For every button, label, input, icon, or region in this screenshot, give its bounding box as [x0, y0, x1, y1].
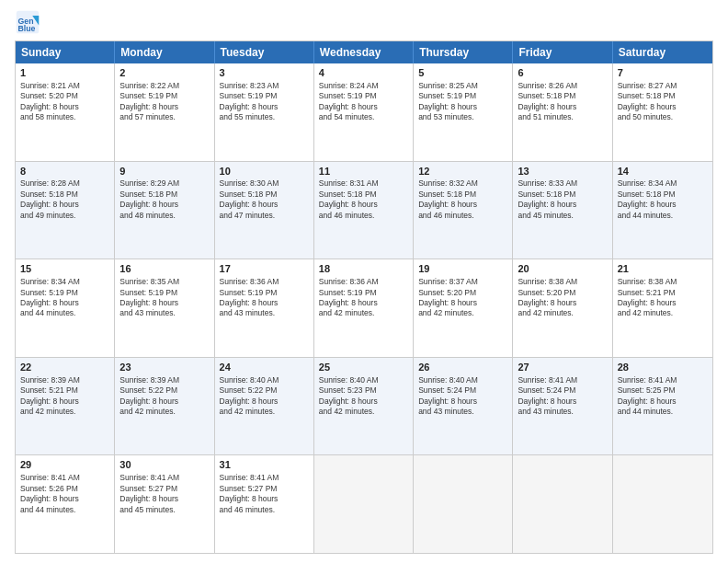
cell-info-line: and 44 minutes. — [20, 505, 109, 515]
cell-info-line: Sunrise: 8:25 AM — [418, 81, 507, 91]
cell-info-line: Daylight: 8 hours — [319, 396, 408, 407]
cell-info-line: Daylight: 8 hours — [618, 396, 708, 407]
cell-info-line: Daylight: 8 hours — [20, 494, 109, 504]
cell-info-line: Sunset: 5:23 PM — [319, 385, 408, 396]
weekday-header: Wednesday — [314, 41, 414, 63]
cell-info-line: Sunset: 5:21 PM — [618, 288, 708, 298]
calendar-cell: 13Sunrise: 8:33 AMSunset: 5:18 PMDayligh… — [513, 162, 612, 259]
day-number: 29 — [20, 458, 109, 472]
cell-info-line: Daylight: 8 hours — [20, 102, 109, 112]
calendar-cell: 20Sunrise: 8:38 AMSunset: 5:20 PMDayligh… — [513, 259, 612, 357]
weekday-header: Saturday — [613, 41, 712, 63]
cell-info-line: Sunrise: 8:30 AM — [220, 178, 309, 189]
cell-info-line: and 42 minutes. — [220, 407, 309, 417]
cell-info-line: Sunrise: 8:34 AM — [20, 277, 109, 287]
day-number: 11 — [319, 165, 408, 178]
calendar-cell: 6Sunrise: 8:26 AMSunset: 5:18 PMDaylight… — [513, 63, 612, 161]
cell-info-line: Sunrise: 8:36 AM — [319, 277, 408, 287]
calendar-row: 8Sunrise: 8:28 AMSunset: 5:18 PMDaylight… — [16, 161, 712, 259]
cell-info-line: and 57 minutes. — [119, 112, 209, 122]
calendar: SundayMondayTuesdayWednesdayThursdayFrid… — [15, 40, 713, 554]
day-number: 1 — [20, 66, 109, 80]
cell-info-line: and 55 minutes. — [220, 112, 309, 122]
calendar-cell: 2Sunrise: 8:22 AMSunset: 5:19 PMDaylight… — [115, 63, 214, 161]
calendar-cell: 21Sunrise: 8:38 AMSunset: 5:21 PMDayligh… — [613, 259, 712, 357]
calendar-cell: 12Sunrise: 8:32 AMSunset: 5:18 PMDayligh… — [414, 162, 513, 259]
weekday-header: Monday — [115, 41, 214, 63]
calendar-cell — [513, 455, 612, 553]
weekday-header: Sunday — [16, 41, 115, 63]
calendar-cell — [613, 455, 712, 553]
day-number: 25 — [319, 361, 408, 374]
cell-info-line: and 42 minutes. — [119, 407, 209, 417]
cell-info-line: Sunset: 5:20 PM — [518, 288, 607, 298]
cell-info-line: Sunset: 5:18 PM — [518, 190, 607, 200]
cell-info-line: Sunrise: 8:26 AM — [518, 81, 607, 91]
calendar-cell — [414, 455, 513, 553]
day-number: 18 — [319, 262, 408, 276]
calendar-cell: 24Sunrise: 8:40 AMSunset: 5:22 PMDayligh… — [215, 358, 314, 455]
cell-info-line: Sunset: 5:19 PM — [220, 288, 309, 298]
cell-info-line: Sunset: 5:18 PM — [220, 190, 309, 200]
cell-info-line: Sunrise: 8:38 AM — [618, 277, 708, 287]
cell-info-line: Sunset: 5:18 PM — [319, 190, 408, 200]
calendar-cell: 22Sunrise: 8:39 AMSunset: 5:21 PMDayligh… — [16, 358, 115, 455]
cell-info-line: Sunset: 5:22 PM — [220, 385, 309, 396]
cell-info-line: Sunrise: 8:32 AM — [418, 178, 507, 189]
cell-info-line: Sunrise: 8:27 AM — [618, 81, 708, 91]
cell-info-line: and 48 minutes. — [119, 211, 209, 221]
cell-info-line: and 46 minutes. — [319, 211, 408, 221]
calendar-cell: 4Sunrise: 8:24 AMSunset: 5:19 PMDaylight… — [314, 63, 414, 161]
cell-info-line: Daylight: 8 hours — [119, 102, 209, 112]
day-number: 10 — [220, 165, 309, 178]
cell-info-line: Daylight: 8 hours — [418, 102, 507, 112]
cell-info-line: Sunset: 5:21 PM — [20, 385, 109, 396]
cell-info-line: and 46 minutes. — [220, 505, 309, 515]
cell-info-line: Sunset: 5:19 PM — [220, 91, 309, 101]
svg-text:Blue: Blue — [18, 24, 36, 33]
day-number: 20 — [518, 262, 607, 276]
calendar-row: 15Sunrise: 8:34 AMSunset: 5:19 PMDayligh… — [16, 259, 712, 357]
calendar-cell: 19Sunrise: 8:37 AMSunset: 5:20 PMDayligh… — [414, 259, 513, 357]
day-number: 9 — [119, 165, 209, 178]
logo-icon: Gen Blue — [15, 9, 40, 35]
calendar-cell: 28Sunrise: 8:41 AMSunset: 5:25 PMDayligh… — [613, 358, 712, 455]
cell-info-line: Sunset: 5:27 PM — [220, 484, 309, 494]
cell-info-line: Daylight: 8 hours — [618, 200, 708, 210]
cell-info-line: and 43 minutes. — [220, 308, 309, 318]
cell-info-line: Sunset: 5:19 PM — [119, 288, 209, 298]
cell-info-line: and 45 minutes. — [119, 505, 209, 515]
calendar-cell: 5Sunrise: 8:25 AMSunset: 5:19 PMDaylight… — [414, 63, 513, 161]
cell-info-line: Sunrise: 8:41 AM — [518, 375, 607, 385]
cell-info-line: Daylight: 8 hours — [319, 200, 408, 210]
cell-info-line: Sunset: 5:26 PM — [20, 484, 109, 494]
day-number: 22 — [20, 361, 109, 374]
cell-info-line: and 53 minutes. — [418, 112, 507, 122]
cell-info-line: and 54 minutes. — [319, 112, 408, 122]
calendar-cell — [314, 455, 414, 553]
weekday-header: Friday — [513, 41, 612, 63]
cell-info-line: Daylight: 8 hours — [220, 494, 309, 504]
day-number: 26 — [418, 361, 507, 374]
cell-info-line: and 42 minutes. — [319, 308, 408, 318]
page: Gen Blue SundayMondayTuesdayWednesdayThu… — [0, 0, 728, 563]
cell-info-line: Sunrise: 8:41 AM — [20, 473, 109, 483]
cell-info-line: Sunset: 5:18 PM — [618, 91, 708, 101]
day-number: 6 — [518, 66, 607, 80]
calendar-header: SundayMondayTuesdayWednesdayThursdayFrid… — [16, 41, 712, 63]
cell-info-line: Daylight: 8 hours — [418, 200, 507, 210]
calendar-cell: 15Sunrise: 8:34 AMSunset: 5:19 PMDayligh… — [16, 259, 115, 357]
cell-info-line: Daylight: 8 hours — [518, 102, 607, 112]
day-number: 28 — [618, 361, 708, 374]
calendar-row: 1Sunrise: 8:21 AMSunset: 5:20 PMDaylight… — [16, 63, 712, 161]
cell-info-line: Daylight: 8 hours — [319, 102, 408, 112]
calendar-cell: 11Sunrise: 8:31 AMSunset: 5:18 PMDayligh… — [314, 162, 414, 259]
cell-info-line: Daylight: 8 hours — [220, 396, 309, 407]
cell-info-line: Daylight: 8 hours — [20, 298, 109, 308]
calendar-cell: 17Sunrise: 8:36 AMSunset: 5:19 PMDayligh… — [215, 259, 314, 357]
cell-info-line: Sunrise: 8:23 AM — [220, 81, 309, 91]
cell-info-line: Daylight: 8 hours — [220, 102, 309, 112]
calendar-cell: 10Sunrise: 8:30 AMSunset: 5:18 PMDayligh… — [215, 162, 314, 259]
cell-info-line: and 49 minutes. — [20, 211, 109, 221]
cell-info-line: Sunset: 5:22 PM — [119, 385, 209, 396]
